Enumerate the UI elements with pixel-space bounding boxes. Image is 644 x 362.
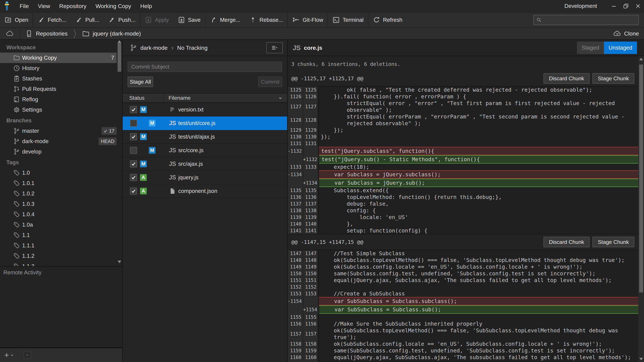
breadcrumb-repositories-tab[interactable]: Repositories [20, 30, 72, 37]
file-row-src-ajax.js[interactable]: MJSsrc/ajax.js [122, 157, 287, 171]
diff-scrollbar[interactable] [638, 56, 644, 362]
sidebar-item-stashes[interactable]: Stashes [0, 73, 116, 84]
stage-checkbox-checked[interactable] [130, 160, 137, 167]
sidebar-item-1.0.4[interactable]: 1.0.4 [0, 209, 116, 220]
pull-icon [75, 16, 83, 24]
sidebar-scrollbar[interactable] [117, 40, 122, 266]
sidebar-item-reflog[interactable]: Reflog [0, 94, 116, 105]
sidebar-item-working-copy[interactable]: Working Copy7 [0, 53, 116, 63]
sidebar-item-1.0a[interactable]: 1.0a [0, 220, 116, 230]
code-text: ok( false , "Test the created deferred w… [318, 86, 638, 93]
file-row-jquery.js[interactable]: AJSjquery.js [122, 171, 287, 184]
sidebar-item-develop[interactable]: develop [0, 146, 116, 157]
staged-tab[interactable]: Staged [577, 41, 604, 54]
sidebar-item-dark-mode[interactable]: dark-modeHEAD [0, 136, 116, 146]
status-badge-modified: M [140, 106, 147, 113]
terminal-button[interactable]: Terminal [328, 12, 368, 27]
file-row-version.txt[interactable]: Mversion.txt [122, 103, 287, 116]
restore-button[interactable] [620, 0, 632, 12]
sidebar-item-pull-requests[interactable]: Pull Requests [0, 84, 116, 94]
sidebar-item-1.0.3[interactable]: 1.0.3 [0, 199, 116, 209]
unstaged-tab[interactable]: Unstaged [604, 41, 637, 54]
old-line-number [288, 305, 303, 314]
discard-chunk-button[interactable]: Discard Chunk [544, 73, 590, 84]
file-row-src-core.js[interactable]: MJSsrc/core.js [122, 144, 287, 157]
sidebar-scrollbar-thumb[interactable] [118, 43, 121, 72]
new-line-number: 1128 [303, 113, 318, 127]
git-flow-button[interactable]: Git-Flow [288, 12, 328, 27]
diff-line-context: 11591159same(SubSubclass.config.test, un… [288, 347, 638, 354]
sc_roll-down-arrow-icon[interactable] [118, 261, 121, 263]
folder-icon [13, 54, 22, 61]
sidebar-item-label: 1.1.2 [22, 253, 34, 259]
sidebar-item-1.0[interactable]: 1.0 [0, 168, 116, 178]
merge...-button[interactable]: Merge... [205, 12, 245, 27]
stage-chunk-button[interactable]: Stage Chunk [592, 73, 634, 84]
menu-item-working-copy[interactable]: Working Copy [91, 0, 136, 12]
refresh-button[interactable]: Refresh [368, 12, 407, 27]
commit-subject-input[interactable] [128, 61, 282, 72]
code-text: expect(18); [318, 164, 638, 170]
sidebar-item-1.0.1[interactable]: 1.0.1 [0, 178, 116, 188]
save-button[interactable]: Save [173, 12, 205, 27]
menu-item-file[interactable]: File [15, 0, 33, 12]
minimize-button[interactable] [608, 0, 620, 12]
add-repository-button[interactable]: + [4, 352, 14, 359]
remote-accounts-icon[interactable] [0, 30, 20, 38]
column-header-status[interactable]: Status [122, 93, 164, 102]
sidebar-item-1.1[interactable]: 1.1 [0, 230, 116, 240]
sort-chevron-icon[interactable] [278, 96, 283, 100]
refresh-icon [373, 16, 380, 24]
push...-button[interactable]: Push... [104, 12, 140, 27]
stage-all-button[interactable]: Stage All [128, 77, 153, 87]
checkout-menu-button[interactable] [24, 351, 31, 359]
file-row-test-unit-core.js[interactable]: MJStest/unit/core.js [122, 116, 287, 130]
discard-chunk-button[interactable]: Discard Chunk [544, 237, 590, 247]
close-button[interactable] [632, 0, 644, 12]
menu-item-view[interactable]: View [33, 0, 55, 12]
stage-checkbox-unchecked[interactable] [130, 120, 137, 127]
breadcrumb-repo-tab[interactable]: jquery (dark-mode) [77, 30, 146, 37]
pull...-button[interactable]: Pull... [70, 12, 104, 27]
stage-checkbox-checked[interactable] [130, 174, 137, 181]
sidebar-item-1.1.1[interactable]: 1.1.1 [0, 240, 116, 251]
menu-item-repository[interactable]: Repository [55, 0, 91, 12]
diff-chunk-1: 11251125ok( false , "Test the created de… [288, 86, 638, 234]
menu-item-help[interactable]: Help [136, 0, 156, 12]
new-line-number: 1130 [303, 133, 318, 140]
diff-line-context: 11371137debug: false, [288, 200, 638, 207]
column-header-filename[interactable]: Filename [164, 95, 287, 101]
sidebar-item-1.0.2[interactable]: 1.0.2 [0, 188, 116, 199]
hamburger-menu-icon [271, 44, 278, 51]
file-row-component.json[interactable]: Acomponent.json [122, 184, 287, 198]
scroll-up-arrow-icon[interactable] [118, 40, 121, 43]
clone-button[interactable]: Clone [613, 30, 639, 38]
file-list-options-button[interactable] [266, 42, 283, 53]
save-label: Save [188, 17, 200, 23]
fetch...-button[interactable]: Fetch... [33, 12, 70, 27]
open-button[interactable]: Open [0, 12, 33, 27]
search-input[interactable] [544, 17, 636, 23]
scroll-up-arrow-icon[interactable] [639, 58, 643, 60]
code-cell: same(Subclass.config.test, undefined, 'S… [318, 270, 638, 277]
sidebar-item-1.1.2[interactable]: 1.1.2 [0, 251, 116, 261]
sidebar-item-1.1.3[interactable]: 1.1.3 [0, 261, 116, 266]
rebase...-button[interactable]: Rebase... [245, 12, 288, 27]
sidebar-item-label: 1.0.2 [22, 190, 34, 197]
search-box[interactable] [533, 15, 639, 25]
sidebar-item-history[interactable]: History [0, 63, 116, 73]
sidebar-item-master[interactable]: master↙17 [0, 126, 116, 136]
old-line-number: 1129 [288, 127, 303, 133]
sidebar-item-settings[interactable]: Settings [0, 105, 116, 115]
code-cell: ok( false , "Test the created deferred w… [318, 86, 638, 93]
commit-button[interactable]: Commit [258, 77, 282, 87]
scroll-down-arrow-icon[interactable] [639, 358, 643, 360]
stage-checkbox-unchecked[interactable] [130, 147, 137, 154]
stage-chunk-button[interactable]: Stage Chunk [592, 237, 634, 247]
diff-scrollbar-thumb[interactable] [639, 64, 643, 293]
stage-checkbox-checked[interactable] [130, 188, 137, 195]
stage-checkbox-checked[interactable] [130, 106, 137, 113]
stage-checkbox-checked[interactable] [130, 133, 137, 140]
tag-icon [13, 211, 22, 218]
file-row-test-unit-ajax.js[interactable]: MJStest/unit/ajax.js [122, 130, 287, 144]
